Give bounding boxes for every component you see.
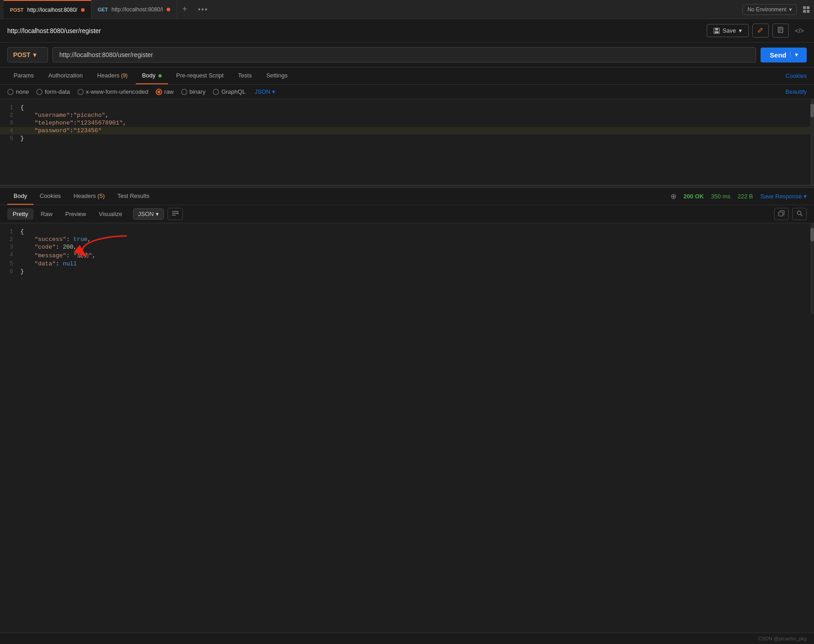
response-tab-headers[interactable]: Headers (5) (67, 188, 111, 205)
send-button[interactable]: Send ▾ (761, 48, 807, 62)
subtab-raw[interactable]: Raw (35, 208, 58, 220)
tab-get-method: GET (98, 7, 108, 12)
send-label: Send (770, 51, 786, 59)
option-binary-label: binary (190, 88, 206, 95)
tab-bar-right: No Environment ▾ (742, 4, 810, 15)
method-selector[interactable]: POST ▾ (7, 47, 48, 62)
response-line-6: 6 } (0, 268, 814, 275)
cookies-link[interactable]: Cookies (785, 72, 807, 79)
tab-post[interactable]: POST http://localhost:8080/ (4, 0, 91, 19)
editor-scrollbar[interactable] (810, 99, 814, 185)
method-label: POST (13, 51, 30, 58)
request-title: http://localhost:8080/user/register (7, 27, 101, 34)
radio-form-data-icon (36, 89, 43, 95)
option-graphql-label: GraphQL (221, 88, 245, 95)
option-urlencoded-label: x-www-form-urlencoded (86, 88, 148, 95)
response-line-2: 2 "success": true, (0, 235, 814, 243)
option-binary[interactable]: binary (181, 88, 206, 95)
option-raw[interactable]: raw (156, 88, 174, 95)
copy-response-button[interactable] (774, 208, 789, 220)
tab-post-url: http://localhost:8080/ (27, 7, 77, 13)
code-line-1: 1 { (0, 104, 814, 111)
response-body-viewer: 1 { 2 "success": true, 3 "code": 200, 4 … (0, 223, 814, 314)
subtab-visualize[interactable]: Visualize (93, 208, 128, 220)
svg-rect-5 (715, 28, 718, 30)
tab-get[interactable]: GET http://localhost:8080/l (91, 0, 177, 19)
response-size: 222 B (737, 193, 753, 200)
svg-point-16 (797, 211, 801, 215)
description-button[interactable] (772, 24, 789, 38)
subtab-pretty[interactable]: Pretty (7, 208, 34, 220)
add-tab-button[interactable]: + (177, 0, 193, 19)
tab-params[interactable]: Params (7, 67, 40, 84)
option-none[interactable]: none (7, 88, 29, 95)
response-format-label: JSON (138, 211, 154, 217)
environment-selector[interactable]: No Environment ▾ (742, 4, 797, 15)
radio-urlencoded-icon (77, 89, 84, 95)
code-line-5: 5 } (0, 135, 814, 142)
option-form-data[interactable]: form-data (36, 88, 70, 95)
save-chevron-icon: ▾ (739, 27, 742, 34)
svg-rect-1 (807, 6, 809, 9)
save-response-label: Save Response (760, 193, 802, 200)
more-tabs-button[interactable]: ••• (192, 0, 214, 19)
tab-post-dot (81, 8, 85, 12)
wrap-button[interactable] (168, 208, 183, 220)
globe-icon: ⊕ (670, 192, 676, 201)
response-line-5: 5 "data": null (0, 260, 814, 268)
response-scrollbar-thumb (810, 228, 814, 241)
radio-graphql-icon (213, 89, 219, 95)
response-scrollbar[interactable] (810, 223, 814, 314)
tab-post-method: POST (10, 7, 24, 13)
tab-authorization[interactable]: Authorization (42, 67, 89, 84)
svg-rect-0 (803, 6, 806, 9)
footer: CSDN @picacho_pkg (0, 633, 814, 644)
tab-tests[interactable]: Tests (232, 67, 258, 84)
json-format-selector[interactable]: JSON ▾ (254, 88, 275, 95)
option-graphql[interactable]: GraphQL (213, 88, 245, 95)
response-time: 350 ms (711, 193, 731, 200)
response-tab-body[interactable]: Body (7, 188, 34, 205)
radio-raw-icon (156, 89, 162, 95)
response-line-1: 1 { (0, 228, 814, 235)
tab-get-dot (167, 8, 170, 11)
code-line-2: 2 "username":"picacho", (0, 111, 814, 119)
svg-rect-15 (779, 212, 783, 216)
env-label: No Environment (747, 6, 786, 13)
json-format-label: JSON (254, 88, 270, 95)
tab-settings[interactable]: Settings (260, 67, 294, 84)
response-tab-test-results[interactable]: Test Results (111, 188, 156, 205)
response-tabs-nav: Body Cookies Headers (5) Test Results ⊕ … (0, 188, 814, 205)
address-actions: Save ▾ </> (707, 24, 807, 38)
send-chevron-icon[interactable]: ▾ (790, 52, 798, 58)
code-button[interactable]: </> (792, 24, 807, 37)
edit-button[interactable] (752, 24, 769, 38)
body-options: none form-data x-www-form-urlencoded raw… (0, 85, 814, 99)
profile-icon[interactable] (802, 5, 810, 14)
svg-rect-2 (803, 10, 806, 12)
svg-rect-6 (715, 31, 718, 33)
tab-pre-request-script[interactable]: Pre-request Script (170, 67, 230, 84)
save-button[interactable]: Save ▾ (707, 24, 749, 37)
tab-bar: POST http://localhost:8080/ GET http://l… (0, 0, 814, 19)
request-body-editor[interactable]: 1 { 2 "username":"picacho", 3 "telephone… (0, 99, 814, 185)
radio-binary-icon (181, 89, 187, 95)
save-response-button[interactable]: Save Response ▾ (760, 193, 807, 200)
svg-rect-3 (807, 10, 809, 12)
option-form-data-label: form-data (45, 88, 70, 95)
code-line-3: 3 "telephone":"12345678901", (0, 119, 814, 127)
subtab-preview[interactable]: Preview (60, 208, 91, 220)
response-format-selector[interactable]: JSON ▾ (133, 208, 164, 220)
response-tab-cookies[interactable]: Cookies (34, 188, 67, 205)
radio-none-icon (7, 89, 14, 95)
code-line-4: 4 "password":"123456" (0, 127, 814, 135)
url-input[interactable] (53, 47, 756, 62)
tab-headers[interactable]: Headers (9) (91, 67, 134, 84)
tab-body[interactable]: Body (136, 67, 168, 84)
response-subtabs: Pretty Raw Preview Visualize JSON ▾ (0, 205, 814, 223)
option-urlencoded[interactable]: x-www-form-urlencoded (77, 88, 148, 95)
save-label: Save (723, 27, 736, 34)
method-chevron-icon: ▾ (33, 51, 36, 58)
beautify-button[interactable]: Beautify (785, 88, 807, 95)
search-response-button[interactable] (792, 208, 807, 220)
